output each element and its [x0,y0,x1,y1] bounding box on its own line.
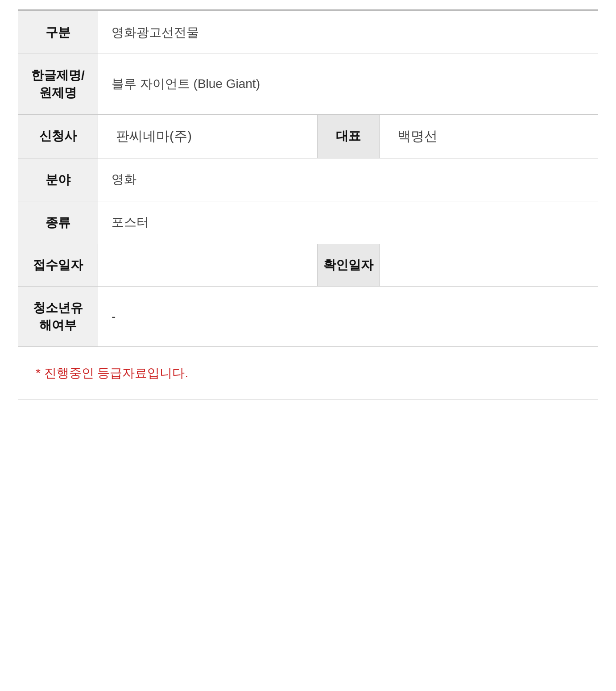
value-receipt-date [98,244,317,286]
row-applicant: 신청사 판씨네마(주) 대표 백명선 [18,114,598,158]
label-type: 종류 [18,201,98,244]
row-gubun: 구분 영화광고선전물 [18,11,598,54]
value-applicant-name: 판씨네마(주) [98,115,317,158]
label-confirm-date: 확인일자 [317,244,380,286]
info-table: 구분 영화광고선전물 한글제명/원제명 블루 자이언트 (Blue Giant)… [18,10,598,347]
row-field: 분야 영화 [18,158,598,201]
label-youth: 청소년유해여부 [18,286,98,346]
bottom-border [18,400,598,400]
row-title: 한글제명/원제명 블루 자이언트 (Blue Giant) [18,54,598,114]
page-container: 구분 영화광고선전물 한글제명/원제명 블루 자이언트 (Blue Giant)… [0,0,616,418]
value-youth: - [98,286,598,346]
label-field: 분야 [18,158,98,201]
value-rep: 백명선 [380,115,599,158]
applicant-cell: 신청사 판씨네마(주) 대표 백명선 [18,114,598,158]
value-confirm-date [380,244,599,286]
label-applicant: 신청사 [18,115,98,158]
row-date: 접수일자 확인일자 [18,244,598,286]
label-title: 한글제명/원제명 [18,54,98,114]
date-inner: 접수일자 확인일자 [18,244,598,286]
label-gubun: 구분 [18,11,98,54]
notice-text: * 진행중인 등급자료입니다. [18,347,598,391]
value-title: 블루 자이언트 (Blue Giant) [98,54,598,114]
value-type: 포스터 [98,201,598,244]
row-youth: 청소년유해여부 - [18,286,598,346]
row-type: 종류 포스터 [18,201,598,244]
label-receipt-date: 접수일자 [18,244,98,286]
value-gubun: 영화광고선전물 [98,11,598,54]
label-rep: 대표 [317,115,380,158]
value-field: 영화 [98,158,598,201]
applicant-inner: 신청사 판씨네마(주) 대표 백명선 [18,115,598,158]
date-cell: 접수일자 확인일자 [18,244,598,286]
